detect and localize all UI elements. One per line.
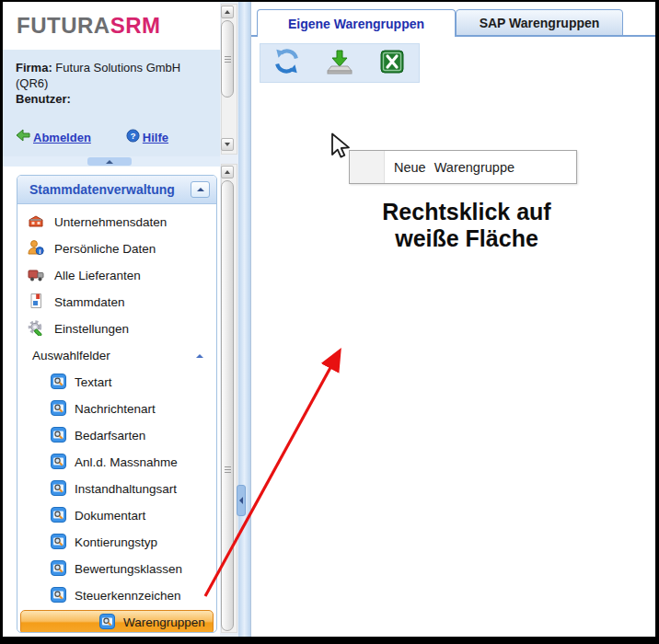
triangle-up-icon	[225, 170, 230, 174]
nav-subitem-label: Dokumentart	[75, 509, 145, 523]
triangle-up-icon	[225, 10, 230, 14]
nav-item-stammdaten[interactable]: Stammdaten	[17, 289, 216, 316]
toolbar	[260, 43, 420, 83]
excel-export-button[interactable]	[377, 49, 407, 78]
nav-item-label: Persönliche Daten	[54, 242, 156, 256]
benutzer-line: Benutzer:	[16, 91, 207, 107]
nav-subitem-textart[interactable]: Textart	[17, 369, 216, 396]
nav-subitem-label: Steuerkennzeichen	[75, 589, 181, 603]
help-icon: ?	[126, 129, 140, 146]
nav-subitem-kontierungstyp[interactable]: Kontierungstyp	[17, 529, 216, 556]
nav-subitem-nachrichtenart[interactable]: Nachrichtenart	[17, 396, 216, 422]
firma-line: Firma: Futura Solutions GmbH (QR6)	[16, 60, 207, 91]
nav-subitem-steuerkennzeichen[interactable]: Steuerkennzeichen	[17, 582, 216, 609]
instruction-text: Rechtsklick auf weiße Fläche	[283, 199, 651, 252]
nav-subitem-label: Nachrichtenart	[75, 402, 156, 416]
firma-label: Firma:	[16, 61, 52, 75]
sidebar-scrollbar-column	[220, 2, 238, 637]
lookup-icon	[51, 374, 66, 392]
scroll-up-button[interactable]	[221, 166, 234, 178]
nav-subitem-label: Instandhaltungsart	[75, 482, 177, 496]
scrollbar-grip	[225, 56, 231, 63]
nav-item-persoenliche-daten[interactable]: i Persönliche Daten	[17, 236, 216, 262]
nav-section-label: Auswahlfelder	[32, 349, 110, 362]
export-download-button[interactable]	[325, 49, 354, 78]
nav-subitem-label: Textart	[75, 375, 112, 389]
lookup-icon	[51, 427, 66, 445]
nav-item-unternehmensdaten[interactable]: Unternehmensdaten	[17, 209, 216, 236]
nav-subitem-label: Warengruppen	[123, 615, 205, 629]
triangle-left-icon	[239, 497, 243, 504]
horizontal-splitter[interactable]	[3, 156, 220, 167]
nav-subitem-anl-d-massnahme[interactable]: Anl.d. Massnahme	[17, 449, 216, 476]
nav-subitem-bewertungsklassen[interactable]: Bewertungsklassen	[17, 556, 216, 582]
refresh-icon	[273, 48, 300, 78]
instruction-line-2: weiße Fläche	[283, 225, 651, 252]
nav-subitem-label: Bedarfsarten	[75, 429, 145, 443]
lookup-icon	[51, 400, 66, 419]
tab-label: Eigene Warengruppen	[288, 17, 424, 31]
logo-text-futura: FUTURA	[17, 13, 110, 38]
tab-sap-warengruppen[interactable]: SAP Warengruppen	[456, 9, 623, 36]
nav-panel: Stammdatenverwaltung Unternehmensdaten i…	[17, 175, 217, 633]
vertical-splitter[interactable]	[238, 2, 250, 637]
nav-subitem-dokumentart[interactable]: Dokumentart	[17, 502, 216, 529]
company-icon	[28, 213, 44, 232]
links-row: Abmelden ? Hilfe	[16, 129, 168, 146]
user-info-panel: Firma: Futura Solutions GmbH (QR6) Benut…	[3, 50, 220, 156]
nav-item-einstellungen[interactable]: Einstellungen	[17, 316, 216, 342]
person-icon: i	[28, 239, 44, 259]
scrollbar-thumb[interactable]	[221, 20, 234, 98]
app-logo: FUTURASRM	[17, 13, 161, 39]
excel-export-icon	[380, 50, 404, 77]
nav-panel-header[interactable]: Stammdatenverwaltung	[17, 176, 216, 204]
refresh-button[interactable]	[272, 49, 302, 78]
scrollbar-grip	[225, 466, 231, 473]
app-window: FUTURASRM Firma: Futura Solutions GmbH (…	[0, 0, 659, 644]
tab-label: SAP Warengruppen	[480, 16, 600, 30]
nav-item-label: Unternehmensdaten	[54, 215, 167, 229]
lookup-icon	[51, 587, 66, 605]
main-panel: Eigene Warengruppen SAP Warengruppen	[250, 2, 655, 637]
logout-label: Abmelden	[33, 130, 91, 145]
context-menu: Neue Warengruppe	[349, 150, 577, 184]
logout-link[interactable]: Abmelden	[16, 129, 91, 146]
nav-item-label: Einstellungen	[54, 322, 129, 336]
mouse-cursor-icon	[330, 132, 352, 164]
lookup-icon	[99, 614, 115, 632]
help-link[interactable]: ? Hilfe	[126, 129, 168, 146]
nav-item-label: Stammdaten	[54, 295, 125, 309]
nav-subitem-bedarfsarten[interactable]: Bedarfsarten	[17, 422, 216, 449]
benutzer-label: Benutzer:	[16, 92, 71, 106]
context-menu-icon-gutter	[350, 151, 385, 183]
splitter-collapse-handle[interactable]	[87, 157, 132, 166]
nav-item-alle-lieferanten[interactable]: Alle Lieferanten	[17, 262, 216, 289]
nav-subitem-label: Bewertungsklassen	[75, 562, 182, 576]
instruction-line-1: Rechtsklick auf	[283, 199, 651, 225]
scroll-up-button[interactable]	[221, 6, 234, 18]
triangle-down-icon	[225, 143, 230, 146]
logo-text-srm: SRM	[110, 13, 161, 38]
nav-list: Unternehmensdaten i Persönliche Daten Al…	[17, 204, 216, 633]
menu-item-neue-warengruppe[interactable]: Neue Warengruppe	[385, 151, 576, 183]
lookup-icon	[51, 480, 66, 499]
suppliers-icon	[28, 266, 44, 285]
export-download-icon	[327, 49, 353, 78]
panel-collapse-button[interactable]	[191, 181, 210, 198]
nav-header-title: Stammdatenverwaltung	[29, 182, 175, 197]
nav-section-auswahlfelder[interactable]: Auswahlfelder	[17, 342, 216, 369]
masterdata-icon	[28, 293, 44, 312]
collapse-sidebar-handle[interactable]	[237, 485, 246, 516]
svg-text:i: i	[39, 247, 40, 256]
nav-subitem-instandhaltungsart[interactable]: Instandhaltungsart	[17, 476, 216, 502]
lookup-icon	[51, 507, 66, 525]
nav-subitem-label: Anl.d. Massnahme	[75, 455, 178, 469]
lookup-icon	[51, 454, 66, 472]
nav-subitem-label: Kontierungstyp	[75, 535, 157, 549]
logout-arrow-icon	[16, 129, 30, 146]
scroll-down-button[interactable]	[221, 138, 234, 151]
tab-eigene-warengruppen[interactable]: Eigene Warengruppen	[257, 9, 456, 37]
help-label: Hilfe	[143, 130, 168, 145]
nav-subitem-warengruppen-selected[interactable]: Warengruppen	[20, 610, 214, 633]
scrollbar-thumb[interactable]	[221, 180, 234, 631]
